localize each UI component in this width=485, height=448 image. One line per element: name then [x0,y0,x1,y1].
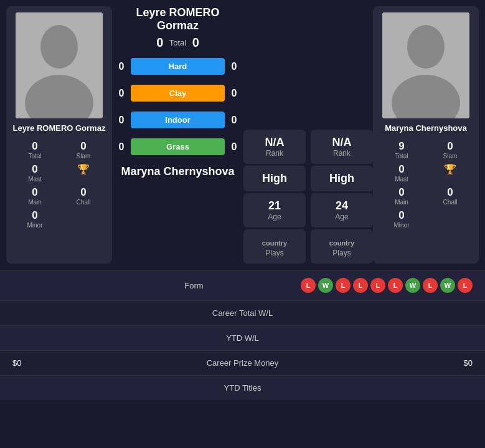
right-minor: 0 Minor [379,209,424,229]
right-middle-stats: N/A Rank High 24 Age country Plays [311,6,373,264]
svg-point-4 [407,25,445,69]
hard-row: 0 Hard 0 [115,55,240,78]
ytd-wl-label: YTD W/L [87,333,398,343]
spacer-right [311,6,373,128]
career-prize-row: $0 Career Prize Money $0 [0,350,485,375]
vs-player2-name: Maryna Chernyshova [115,165,240,178]
right-trophy-icon-cell: 🏆 [428,163,473,183]
left-minor: 0 Minor [12,209,57,229]
ytd-titles-label: YTD Titles [87,383,398,393]
clay-btn[interactable]: Clay [131,85,225,102]
badge-5: L [388,278,403,293]
badge-0: L [301,278,316,293]
left-trophy-icon-cell: 🏆 [61,163,106,183]
badge-3: L [353,278,368,293]
ytd-wl-row: YTD W/L [0,325,485,350]
left-total: 0 Total [12,140,57,160]
right-player-card: Maryna Chernyshova 9 Total 0 Slam 0 Mast… [373,6,479,264]
career-prize-label: Career Prize Money [87,358,398,368]
left-middle-stats: N/A Rank High 21 Age country Plays [243,6,306,264]
badge-8: W [440,278,455,293]
career-prize-left: $0 [12,358,87,368]
left-trophy-icon: 🏆 [77,163,90,175]
left-high-block: High [243,166,306,191]
right-slam: 0 Slam [428,140,473,160]
left-player-card: Leyre ROMERO Gormaz 0 Total 0 Slam 0 Mas… [6,6,112,264]
right-high-block: High [311,166,373,191]
surface-rows: 0 Hard 0 0 Clay 0 0 Indoor 0 [115,55,240,158]
indoor-row: 0 Indoor 0 [115,108,240,131]
players-section: Leyre ROMERO Gormaz 0 Total 0 Slam 0 Mas… [0,0,485,270]
left-mast: 0 Mast [12,163,57,183]
left-country-flag: country [253,236,296,249]
vs-player1-name: Leyre ROMERO Gormaz [136,6,219,32]
right-rank-block: N/A Rank [311,130,373,164]
middle-section: Leyre ROMERO Gormaz 0 Total 0 0 Hard 0 [115,6,240,264]
hard-btn[interactable]: Hard [131,58,225,75]
left-player-name: Leyre ROMERO Gormaz [13,123,106,133]
left-main: 0 Main [12,186,57,206]
right-total: 9 Total [379,140,424,160]
badge-2: L [336,278,351,293]
form-row: Form L W L L L L W L W L [0,270,485,300]
left-player-avatar [16,12,103,118]
total-label: Total [169,38,186,47]
career-prize-right: $0 [398,358,473,368]
spacer-left [243,6,306,128]
indoor-btn[interactable]: Indoor [131,112,225,128]
left-rank-block: N/A Rank [243,130,306,164]
right-player-name: Maryna Chernyshova [385,123,467,133]
badge-9: L [458,278,473,293]
right-stats-grid: 9 Total 0 Slam 0 Mast 🏆 0 Main [379,140,473,229]
left-stats-grid: 0 Total 0 Slam 0 Mast 🏆 0 Main [12,140,106,229]
svg-point-1 [40,25,78,69]
badge-4: L [370,278,385,293]
middle-stat-blocks: Maryna Chernyshova [115,161,240,178]
left-chall: 0 Chall [61,186,106,206]
left-slam: 0 Slam [61,140,106,160]
badge-7: L [423,278,438,293]
grass-btn[interactable]: Grass [131,138,225,155]
career-total-label: Career Total W/L [87,308,398,318]
right-plays-block: country Plays [311,229,373,264]
badge-1: W [318,278,333,293]
left-plays-block: country Plays [243,229,306,264]
career-total-row: Career Total W/L [0,300,485,325]
badge-6: W [405,278,420,293]
right-chall: 0 Chall [428,186,473,206]
clay-row: 0 Clay 0 [115,82,240,105]
left-age-block: 21 Age [243,193,306,227]
right-age-block: 24 Age [311,193,373,227]
right-mast: 0 Mast [379,163,424,183]
right-main: 0 Main [379,186,424,206]
right-player-avatar [382,12,469,118]
vs-total-row: 0 Total 0 [154,36,202,50]
form-badges-container: L W L L L L W L W L [301,278,473,293]
ytd-titles-row: YTD Titles [0,375,485,400]
right-trophy-icon: 🏆 [444,163,456,175]
form-label: Form [87,281,301,290]
grass-row: 0 Grass 0 [115,135,240,158]
main-container: Leyre ROMERO Gormaz 0 Total 0 Slam 0 Mas… [0,0,485,400]
